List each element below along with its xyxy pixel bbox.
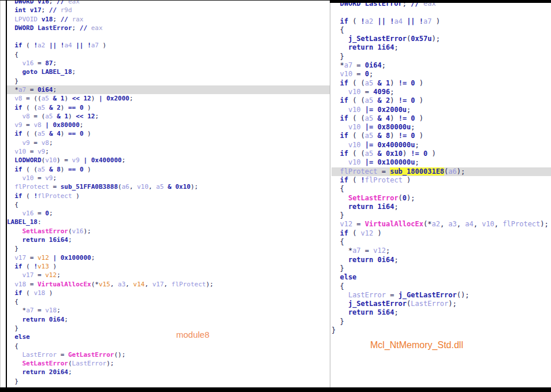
code-line[interactable]: flProtect = sub_51FFA0B3888(a6, v10, a5 … xyxy=(7,182,330,191)
code-line[interactable]: else xyxy=(7,333,330,341)
code-line[interactable]: if ( v18 ) xyxy=(7,289,330,297)
code-line[interactable]: if ( !flProtect ) xyxy=(332,176,551,185)
code-line[interactable]: if ( (a5 & 1) != 0 ) xyxy=(332,79,551,88)
code-line[interactable]: v16 = 87; xyxy=(7,59,330,68)
code-line[interactable]: LABEL_18: xyxy=(7,218,330,226)
code-line[interactable]: { xyxy=(332,26,551,35)
code-line[interactable]: { xyxy=(7,50,330,59)
code-line[interactable]: SetLastError(v16); xyxy=(7,227,330,236)
code-line[interactable]: } xyxy=(7,244,330,253)
code-line[interactable]: return 1i64; xyxy=(332,43,551,52)
code-line[interactable]: return 0i64; xyxy=(7,315,330,324)
code-line[interactable]: return 0i64; xyxy=(332,256,551,264)
code-line[interactable]: v9 = v8; xyxy=(7,139,330,147)
code-line[interactable]: { xyxy=(7,297,330,306)
code-line[interactable] xyxy=(332,8,551,17)
code-line[interactable]: v10 |= 0x400000u; xyxy=(332,141,551,150)
code-line[interactable]: else xyxy=(332,273,551,282)
code-line[interactable]: if ( (a5 & 2) != 0 ) xyxy=(332,96,551,105)
code-line-selected[interactable]: flProtect = sub_1800031E8(a6); xyxy=(332,167,551,176)
code-line[interactable]: } xyxy=(332,53,551,61)
code-line[interactable]: v8 = (a5 & 1) << 12; xyxy=(7,112,330,121)
left-edge-line xyxy=(0,0,1,387)
code-line[interactable]: { xyxy=(332,282,551,291)
selected-line-remnant-bar xyxy=(330,0,551,3)
code-line[interactable]: DWORD LastError; // eax xyxy=(7,24,330,32)
code-line[interactable]: if ( !a2 || !a4 || !a7 ) xyxy=(332,17,551,26)
code-line[interactable]: v18 = VirtualAllocEx(*v15, a3, v14, v17,… xyxy=(7,280,330,289)
code-line[interactable]: v17 = v12; xyxy=(7,271,330,279)
code-line[interactable]: if ( (a5 & 2) == 0 ) xyxy=(7,103,330,112)
code-line[interactable]: int v17; // r9d xyxy=(7,6,330,14)
code-line[interactable]: } xyxy=(332,264,551,273)
code-line[interactable]: v17 = v12 | 0x100000; xyxy=(7,253,330,262)
code-line[interactable]: if ( !flProtect ) xyxy=(7,192,330,200)
code-line[interactable]: v12 = VirtualAllocEx(*a2, a3, a4, v10, f… xyxy=(332,220,551,229)
code-line[interactable]: if ( (a5 & 8) == 0 ) xyxy=(7,165,330,174)
code-line[interactable]: LastError = j_GetLastError(); xyxy=(332,291,551,300)
dll-name-annotation: Mcl_NtMemory_Std.dll xyxy=(370,340,463,350)
code-line[interactable]: v10 = v9; xyxy=(7,147,330,156)
code-line[interactable]: if ( (a5 & 4) == 0 ) xyxy=(7,129,330,138)
code-line[interactable]: v10 |= 0x100000u; xyxy=(332,158,551,167)
code-line[interactable]: SetLastError(0); xyxy=(332,194,551,203)
code-line[interactable]: return 5i64; xyxy=(332,308,551,317)
decompiler-comparison-view: DWORD v16; // eax int v17; // r9d LPVOID… xyxy=(0,0,551,392)
code-line[interactable]: goto LABEL_18; xyxy=(7,68,330,76)
code-line[interactable]: LastError = GetLastError(); xyxy=(7,350,330,359)
code-line[interactable]: *a7 = v12; xyxy=(332,247,551,255)
bottom-border xyxy=(0,387,551,392)
code-line[interactable]: v10 = 4096; xyxy=(332,88,551,96)
code-line-selected[interactable]: *a7 = 0i64; xyxy=(7,85,330,94)
code-line[interactable]: if ( v12 ) xyxy=(332,229,551,238)
code-line[interactable]: return 20i64; xyxy=(7,368,330,376)
code-line[interactable]: } xyxy=(332,211,551,220)
code-line[interactable]: v10 |= 0x80000u; xyxy=(332,123,551,132)
code-line[interactable]: if ( (a5 & 0x10) != 0 ) xyxy=(332,150,551,158)
code-line[interactable]: DWORD v16; // eax xyxy=(7,0,330,6)
code-line[interactable]: } xyxy=(332,326,551,335)
left-border xyxy=(6,0,7,387)
code-line[interactable]: { xyxy=(7,342,330,350)
code-line[interactable]: { xyxy=(332,238,551,247)
code-line[interactable] xyxy=(7,32,330,41)
code-line[interactable]: *a7 = v18; xyxy=(7,306,330,315)
code-line[interactable]: v9 = v8 | 0x80000; xyxy=(7,121,330,129)
code-line[interactable]: LPVOID v18; // rax xyxy=(7,15,330,24)
code-line[interactable]: if ( (a5 & 4) != 0 ) xyxy=(332,114,551,123)
code-line[interactable]: } xyxy=(7,77,330,85)
code-line[interactable]: *a7 = 0i64; xyxy=(332,61,551,70)
code-line[interactable]: j_SetLastError(0x57u); xyxy=(332,35,551,43)
code-line[interactable]: v8 = ((a5 & 1) << 12) | 0x2000; xyxy=(7,94,330,103)
code-line[interactable]: j_SetLastError(LastError); xyxy=(332,300,551,308)
code-line[interactable]: LODWORD(v10) = v9 | 0x400000; xyxy=(7,156,330,165)
code-line[interactable]: SetLastError(LastError); xyxy=(7,359,330,368)
code-line[interactable]: if ( !v13 ) xyxy=(7,262,330,271)
pseudocode-pane-dll[interactable]: DWORD LastError; // eax if ( !a2 || !a4 … xyxy=(332,0,551,335)
code-line[interactable]: v16 = 0; xyxy=(7,209,330,218)
code-line[interactable]: v10 = v9; xyxy=(7,174,330,182)
code-line[interactable]: v10 |= 0x2000u; xyxy=(332,106,551,114)
code-line[interactable]: if ( !a2 || !a4 || !a7 ) xyxy=(7,41,330,50)
code-line[interactable]: if ( (a5 & 8) != 0 ) xyxy=(332,132,551,140)
code-line[interactable]: } xyxy=(7,377,330,386)
code-line[interactable]: { xyxy=(7,200,330,209)
code-line[interactable]: { xyxy=(332,185,551,193)
pseudocode-pane-module8[interactable]: DWORD v16; // eax int v17; // r9d LPVOID… xyxy=(7,0,330,392)
code-line[interactable]: v10 = 0; xyxy=(332,70,551,79)
code-line[interactable]: return 1i64; xyxy=(332,203,551,211)
code-line[interactable]: return 16i64; xyxy=(7,236,330,244)
module8-annotation: module8 xyxy=(176,330,210,339)
code-line[interactable]: } xyxy=(332,318,551,326)
pane-divider xyxy=(330,0,330,387)
code-line[interactable]: } xyxy=(7,324,330,333)
